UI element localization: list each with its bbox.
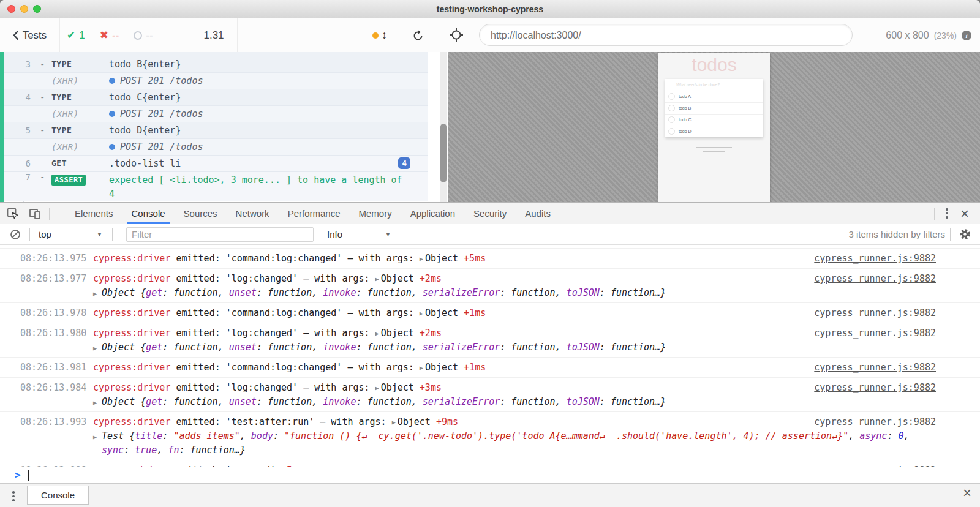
console-settings-button[interactable] (956, 227, 974, 242)
url-input[interactable]: http://localhost:3000/ (479, 24, 853, 46)
todo-checkbox[interactable] (668, 105, 675, 111)
source-link[interactable]: cypress_runner.js:9882 (814, 306, 936, 320)
toolbar-separator (112, 228, 113, 241)
expand-triangle-icon[interactable]: ▶ (420, 255, 423, 262)
todo-checkbox[interactable] (668, 128, 675, 135)
command-log-row[interactable]: (XHR)POST 201 /todos (4, 73, 428, 89)
log-timestamp: 08:26:13.980 (20, 326, 86, 340)
reload-button[interactable] (409, 27, 426, 44)
todo-app-box: What needs to be done? todo Atodo Btodo … (665, 79, 763, 137)
expand-triangle-icon[interactable]: ▶ (93, 396, 97, 410)
todo-checkbox[interactable] (668, 116, 675, 123)
devtools-drawer: Console × (0, 483, 980, 507)
expand-triangle-icon[interactable]: ▶ (375, 330, 379, 337)
tab-sources[interactable]: Sources (175, 203, 227, 224)
execution-context-selector[interactable]: top ▼ (39, 229, 102, 239)
expand-triangle-icon[interactable]: ▶ (420, 310, 423, 317)
todo-label: todo A (679, 91, 691, 102)
log-timestamp: 08:26:13.978 (20, 306, 86, 320)
expand-triangle-icon[interactable]: ▶ (420, 364, 423, 371)
command-log-row[interactable]: 4-TYPEtodo C{enter} (4, 89, 428, 106)
command-name: TYPE (51, 56, 72, 72)
source-link[interactable]: cypress_runner.js:9882 (814, 381, 936, 394)
passed-stat[interactable]: ✔ 1 (59, 29, 92, 42)
object-preview[interactable]: ▶Object {get: function, unset: function,… (93, 286, 802, 300)
drawer-menu-button[interactable] (6, 487, 21, 505)
inspect-element-button[interactable] (4, 206, 22, 222)
devtools-menu-button[interactable] (940, 205, 954, 222)
log-timestamp: 08:26:13.977 (20, 272, 86, 285)
viewport-info[interactable]: 600 x 800 (23%) i (886, 18, 971, 52)
inspect-cursor-icon (7, 208, 19, 220)
device-toolbar-icon (29, 208, 41, 220)
command-log-row[interactable]: 3-TYPEtodo B{enter} (4, 56, 428, 73)
tab-console[interactable]: Console (123, 203, 175, 224)
tab-performance[interactable]: Performance (279, 203, 350, 224)
failed-stat[interactable]: ✖ -- (92, 29, 127, 42)
expand-triangle-icon[interactable]: ▶ (93, 287, 97, 301)
x-mark-icon: ✖ (100, 29, 108, 42)
console-filter-input[interactable] (126, 227, 314, 242)
pending-stat[interactable]: -- (126, 29, 160, 42)
log-message: cypress:driver emitted: 'command:log:cha… (93, 361, 802, 375)
clear-console-button[interactable] (6, 227, 24, 242)
expand-triangle-icon[interactable]: ▶ (375, 276, 379, 282)
source-link[interactable]: cypress_runner.js:9882 (814, 252, 936, 265)
console-log-row: 08:26:13.980cypress:driver emitted: 'log… (0, 323, 980, 358)
device-toolbar-button[interactable] (26, 206, 44, 222)
new-todo-input[interactable]: What needs to be done? (665, 79, 763, 91)
source-link[interactable]: cypress_runner.js:9882 (814, 326, 936, 340)
expand-triangle-icon[interactable]: ▶ (375, 385, 379, 391)
todo-list-item[interactable]: todo D (665, 126, 763, 137)
back-to-tests-button[interactable]: Tests (0, 18, 60, 52)
command-log-row[interactable]: 5-TYPEtodo D{enter} (4, 122, 428, 139)
test-stats: ✔ 1 ✖ -- -- (59, 18, 160, 52)
tab-elements[interactable]: Elements (66, 203, 123, 224)
macos-titlebar: testing-workshop-cypress (0, 0, 980, 19)
tab-audits[interactable]: Audits (516, 203, 560, 224)
command-dash: - (40, 172, 45, 182)
drawer-close-button[interactable]: × (957, 485, 978, 501)
toolbar-separator (29, 228, 30, 241)
source-link[interactable]: cypress_runner.js:9882 (814, 415, 936, 429)
test-duration: 1.31 (190, 18, 238, 52)
object-preview[interactable]: ▶Object {get: function, unset: function,… (93, 340, 802, 355)
expand-triangle-icon[interactable]: ▶ (93, 430, 97, 444)
source-link[interactable]: cypress_runner.js:9882 (814, 361, 936, 374)
object-preview[interactable]: ▶Object {get: function, unset: function,… (93, 395, 802, 409)
chevron-down-icon: ▼ (97, 231, 102, 238)
source-link[interactable]: cypress_runner.js:9882 (814, 272, 936, 285)
devtools-close-button[interactable]: × (954, 206, 975, 222)
expand-triangle-icon[interactable]: ▶ (93, 341, 97, 355)
drawer-tab-console[interactable]: Console (27, 486, 89, 505)
console-log-row: 08:26:13.981cypress:driver emitted: 'com… (0, 358, 980, 378)
todo-list-item[interactable]: todo C (665, 115, 763, 126)
command-name: TYPE (51, 89, 72, 105)
command-log-row[interactable]: 7-ASSERTexpected [ <li.todo>, 3 more... … (4, 172, 428, 201)
object-preview[interactable]: ▶Test {title: "adds items", body: "funct… (93, 429, 802, 443)
viewport-scale: (23%) (934, 31, 957, 40)
reporter-scrollbar-thumb[interactable] (440, 124, 447, 182)
tab-network[interactable]: Network (227, 203, 279, 224)
up-down-arrow-icon: ↕ (382, 29, 387, 42)
command-log-row[interactable]: (XHR)POST 201 /todos (4, 139, 428, 156)
log-level-selector[interactable]: Info ▼ (327, 229, 391, 239)
tab-memory[interactable]: Memory (350, 203, 401, 224)
info-icon[interactable]: i (962, 31, 971, 40)
todo-list-item[interactable]: todo A (665, 91, 763, 103)
command-log-row[interactable]: (XHR)POST 201 /todos (4, 106, 428, 122)
expand-triangle-icon[interactable]: ▶ (392, 419, 396, 426)
log-timestamp: 08:26:13.984 (20, 381, 86, 394)
object-preview[interactable]: sync: true, fn: function…} (93, 443, 802, 457)
hidden-items-note: 3 items hidden by filters (848, 229, 945, 239)
auto-scroll-toggle[interactable]: ↕ (372, 18, 387, 52)
tab-application[interactable]: Application (401, 203, 464, 224)
selector-playground-button[interactable] (449, 28, 465, 43)
todo-label: todo C (679, 115, 692, 126)
todo-checkbox[interactable] (668, 93, 675, 100)
command-log-row[interactable]: 6GET.todo-list li4 (4, 156, 428, 172)
todo-list-item[interactable]: todo B (665, 103, 763, 115)
console-prompt[interactable]: > (0, 467, 980, 484)
yellow-dot-icon (372, 32, 379, 39)
tab-security[interactable]: Security (464, 203, 516, 224)
